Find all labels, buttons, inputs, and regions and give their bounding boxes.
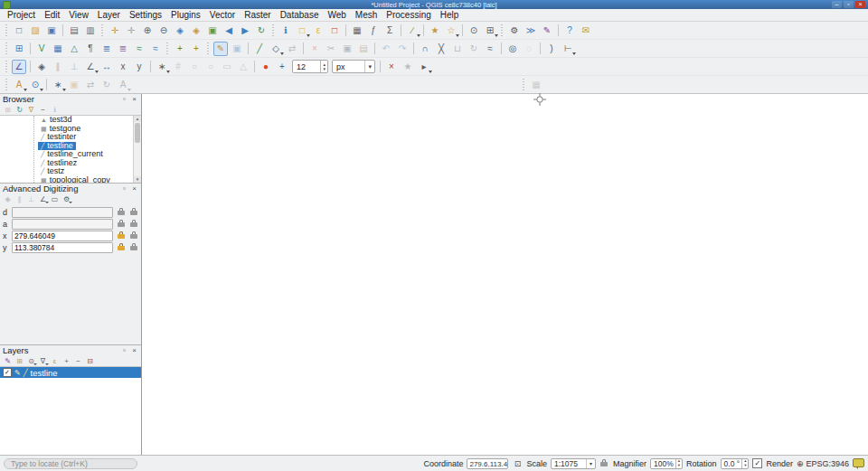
y-constraint-icon[interactable]: y	[132, 60, 146, 74]
cad-d-lock-button[interactable]	[116, 207, 126, 217]
pan-map-icon[interactable]: ✛	[108, 24, 122, 38]
scroll-up-icon[interactable]: ▴	[134, 116, 141, 122]
add-part-icon[interactable]: ◌	[522, 42, 536, 56]
menu-settings[interactable]: Settings	[125, 9, 166, 21]
style-manager-icon[interactable]: ✎	[540, 24, 554, 38]
stroke-width-spinbox[interactable]: 12▴▾	[292, 60, 328, 73]
paste-features-icon[interactable]: ▤	[356, 42, 371, 56]
simplify-feature-icon[interactable]: ≈	[483, 42, 497, 56]
menu-view[interactable]: View	[64, 9, 93, 21]
toolbar-handle[interactable]	[500, 24, 505, 37]
locate-search-input[interactable]: Type to locate (Ctrl+K)	[4, 458, 137, 469]
delete-selected-icon[interactable]: ×	[307, 42, 322, 56]
trim-extend-icon[interactable]: ⊢	[561, 42, 575, 56]
enable-advanced-digitizing-icon[interactable]: ∠	[12, 60, 26, 74]
layer-visibility-checkbox[interactable]: ✓	[3, 368, 12, 377]
cad-construction-icon[interactable]: ◈	[3, 194, 13, 204]
filter-browser-icon[interactable]: ∇	[26, 105, 36, 115]
layer-diagram-options-icon[interactable]: ⊙	[28, 78, 42, 92]
measure-line-icon[interactable]: ∕	[405, 24, 420, 38]
distance-constraint-icon[interactable]: ↔	[99, 60, 114, 74]
select-by-expression-icon[interactable]: ε	[311, 24, 326, 38]
close-panel-icon[interactable]: ×	[130, 95, 138, 103]
highlight-pinned-labels-icon[interactable]: ▣	[67, 78, 81, 92]
toolbar-handle[interactable]	[5, 42, 9, 55]
cad-y-repeat-lock-button[interactable]	[128, 242, 138, 252]
select-features-icon[interactable]: □	[295, 24, 309, 38]
change-label-icon[interactable]: A	[116, 78, 130, 92]
add-vector-layer-icon[interactable]: V	[34, 42, 49, 56]
cad-angle-snap-icon[interactable]: ∠	[38, 194, 48, 204]
mesh-digitizing-icon[interactable]: ▦	[529, 78, 543, 92]
cad-a-input[interactable]	[12, 219, 113, 230]
zoom-next-icon[interactable]: ▶	[238, 24, 252, 38]
new-print-layout-icon[interactable]: ▤	[67, 24, 81, 38]
add-wms-layer-icon[interactable]: ≈	[132, 42, 146, 56]
crs-button[interactable]: ⊕ EPSG:3946	[797, 459, 849, 468]
layer-labeling-options-icon[interactable]: A	[12, 78, 26, 92]
menu-layer[interactable]: Layer	[93, 9, 125, 21]
extents-icon[interactable]: ⊡	[512, 458, 523, 469]
browser-item-topological_copy[interactable]: ▦topological_copy	[0, 176, 133, 184]
construction-mode-icon[interactable]: ◈	[34, 60, 49, 74]
toolbar-handle[interactable]	[206, 42, 211, 55]
new-shapefile-layer-icon[interactable]: +	[189, 42, 203, 56]
menu-database[interactable]: Database	[276, 9, 324, 21]
help-contents-icon[interactable]: ?	[562, 24, 577, 38]
menu-edit[interactable]: Edit	[40, 9, 64, 21]
menu-help[interactable]: Help	[436, 9, 464, 21]
snapping-marker-icon[interactable]: +	[275, 60, 289, 74]
new-map-view-icon[interactable]: ⊞	[483, 24, 497, 38]
deselect-all-icon[interactable]: □	[327, 24, 342, 38]
add-line-feature-icon[interactable]: ╱	[252, 42, 267, 56]
manage-map-themes-icon[interactable]: ⊙	[26, 356, 36, 366]
cad-d-input[interactable]	[12, 207, 113, 218]
close-button[interactable]: ×	[855, 1, 865, 8]
zoom-in-icon[interactable]: ⊕	[140, 24, 155, 38]
open-project-icon[interactable]: ▨	[28, 24, 42, 38]
regular-polygon-icon[interactable]: △	[236, 60, 250, 74]
show-bookmarks-icon[interactable]: ☆	[444, 24, 458, 38]
toolbar-handle[interactable]	[165, 42, 170, 55]
coordinate-input[interactable]: 279.6,113.4	[467, 458, 508, 469]
angle-constraint-icon[interactable]: ∠	[83, 60, 98, 74]
add-raster-layer-icon[interactable]: ▦	[51, 42, 65, 56]
rectangle-from-extent-icon[interactable]: ▭	[220, 60, 234, 74]
rotate-label-icon[interactable]: ↻	[99, 78, 114, 92]
properties-widget-icon[interactable]: ℹ	[50, 105, 60, 115]
snap-highlight-icon[interactable]: ★	[401, 60, 415, 74]
add-wfs-layer-icon[interactable]: ≈	[148, 42, 163, 56]
move-feature-icon[interactable]: ⇄	[285, 42, 299, 56]
add-postgis-layer-icon[interactable]: ≣	[99, 42, 114, 56]
cad-d-repeat-lock-button[interactable]	[128, 207, 138, 217]
menu-processing[interactable]: Processing	[382, 9, 435, 21]
add-mesh-layer-icon[interactable]: △	[67, 42, 81, 56]
remove-layer-icon[interactable]: ⊟	[85, 356, 95, 366]
menu-mesh[interactable]: Mesh	[351, 9, 382, 21]
scale-combobox[interactable]: 1:1075 ▾	[551, 458, 596, 469]
collapse-all-layers-icon[interactable]: −	[73, 356, 83, 366]
save-layer-edits-icon[interactable]: ▣	[230, 42, 244, 56]
refresh-map-icon[interactable]: ↻	[254, 24, 269, 38]
cad-a-repeat-lock-button[interactable]	[128, 219, 138, 229]
rotate-feature-icon[interactable]: ↻	[467, 42, 481, 56]
browser-item-testlinez[interactable]: ╱testlinez	[0, 159, 133, 168]
float-panel-icon[interactable]: ▫	[120, 95, 128, 103]
processing-toolbox-icon[interactable]: ⚙	[507, 24, 522, 38]
open-attribute-table-icon[interactable]: ▦	[350, 24, 364, 38]
zoom-out-icon[interactable]: ⊖	[156, 24, 171, 38]
title-bar[interactable]: *Untitled Project - QGIS ce8c738c40 [lai…	[0, 0, 868, 9]
show-layout-manager-icon[interactable]: ▥	[83, 24, 98, 38]
cad-perpendicular-icon[interactable]: ⊥	[26, 194, 36, 204]
spin-down-icon[interactable]: ▾	[321, 67, 327, 71]
menu-plugins[interactable]: Plugins	[166, 9, 205, 21]
add-delimited-text-layer-icon[interactable]: ¶	[83, 42, 98, 56]
move-label-icon[interactable]: ⇄	[83, 78, 98, 92]
cad-x-repeat-lock-button[interactable]	[128, 231, 138, 240]
stroke-color-icon[interactable]: ●	[259, 60, 273, 74]
cad-parallel-icon[interactable]: ∥	[14, 194, 24, 204]
reshape-features-icon[interactable]: ∩	[418, 42, 432, 56]
spin-down-icon[interactable]: ▾	[676, 464, 682, 468]
add-spatialite-layer-icon[interactable]: ≣	[116, 42, 130, 56]
menu-raster[interactable]: Raster	[240, 9, 275, 21]
